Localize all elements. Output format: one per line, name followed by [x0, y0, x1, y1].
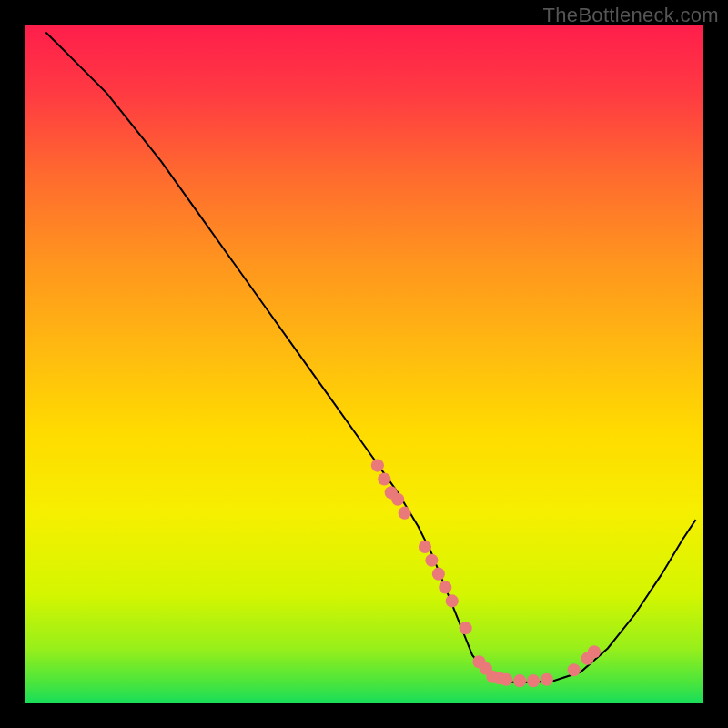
- watermark-text: TheBottleneck.com: [543, 4, 719, 27]
- plot-background: [25, 25, 703, 703]
- gradient-rect: [25, 25, 703, 703]
- chart-frame: TheBottleneck.com: [0, 0, 728, 728]
- plot-area: [25, 25, 703, 703]
